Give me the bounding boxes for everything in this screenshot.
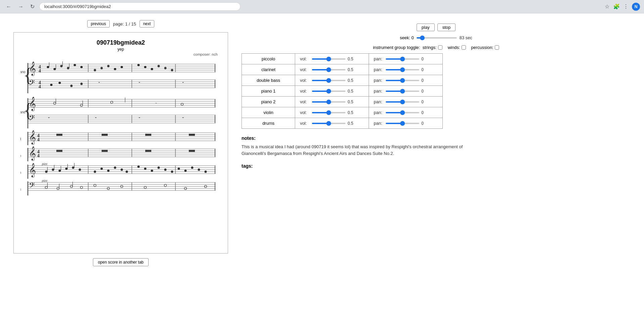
svg-text:𝄻: 𝄻 bbox=[182, 82, 184, 83]
vol-label: vol: bbox=[300, 56, 310, 61]
extension-icon[interactable]: 🧩 bbox=[613, 3, 620, 10]
svg-text:Violin: Violin bbox=[20, 171, 21, 174]
vol-value: 0.5 bbox=[347, 110, 354, 115]
pan-slider[interactable] bbox=[386, 101, 419, 103]
previous-button[interactable]: previous bbox=[87, 20, 110, 27]
open-score-button[interactable]: open score in another tab bbox=[93, 258, 149, 266]
svg-point-21 bbox=[94, 69, 96, 71]
vol-value: 0.5 bbox=[347, 78, 354, 83]
instrument-name: piano 2 bbox=[242, 97, 295, 107]
address-bar[interactable]: localhost:3000/#/090719bgmidea2 bbox=[39, 2, 240, 11]
svg-point-155 bbox=[126, 171, 128, 173]
avatar[interactable]: N bbox=[632, 3, 640, 11]
instrument-name: clarinet bbox=[242, 64, 295, 75]
svg-point-180 bbox=[45, 186, 48, 189]
svg-text:Piccolo: Piccolo bbox=[20, 154, 21, 158]
score-panel: previous page: 1 / 15 next 090719bgmidea… bbox=[13, 20, 228, 329]
svg-point-50 bbox=[70, 85, 73, 87]
pan-value: 0 bbox=[421, 100, 428, 104]
url-text: localhost:3000/#/090719bgmidea2 bbox=[44, 4, 111, 9]
pan-value: 0 bbox=[421, 89, 428, 94]
reload-button[interactable]: ↻ bbox=[28, 3, 37, 10]
vol-value: 0.5 bbox=[347, 89, 354, 94]
svg-text:𝄞: 𝄞 bbox=[29, 97, 36, 111]
seek-row: seek: 0 83 sec bbox=[241, 35, 631, 40]
svg-rect-123 bbox=[102, 150, 108, 152]
svg-point-28 bbox=[151, 68, 153, 70]
svg-rect-107 bbox=[189, 134, 195, 136]
svg-rect-125 bbox=[189, 150, 195, 152]
svg-point-31 bbox=[171, 69, 173, 71]
svg-text:pizz.: pizz. bbox=[42, 179, 48, 182]
pan-cell: pan: 0 bbox=[369, 97, 443, 107]
svg-text:𝄢: 𝄢 bbox=[29, 78, 35, 89]
svg-text:𝄢: 𝄢 bbox=[29, 114, 35, 124]
back-button[interactable]: ← bbox=[4, 3, 13, 10]
vol-slider[interactable] bbox=[312, 91, 345, 92]
pan-slider[interactable] bbox=[386, 58, 419, 60]
vol-slider[interactable] bbox=[312, 112, 345, 113]
svg-text:𝄻: 𝄻 bbox=[139, 82, 141, 83]
strings-checkbox[interactable] bbox=[438, 45, 442, 50]
score-composer: composer: nch bbox=[17, 52, 224, 56]
pan-slider[interactable] bbox=[386, 112, 419, 113]
vol-slider[interactable] bbox=[312, 80, 345, 81]
svg-point-152 bbox=[107, 170, 110, 172]
svg-point-160 bbox=[164, 169, 167, 171]
tags-heading: tags: bbox=[241, 163, 253, 169]
pan-label: pan: bbox=[374, 89, 384, 94]
winds-checkbox[interactable] bbox=[462, 45, 466, 50]
winds-label: winds: bbox=[448, 45, 460, 50]
vol-slider[interactable] bbox=[312, 123, 345, 124]
svg-point-23 bbox=[107, 65, 110, 67]
svg-point-156 bbox=[138, 166, 140, 168]
svg-point-141 bbox=[52, 169, 54, 171]
notes-text: This is a musical idea I had (around 090… bbox=[241, 144, 470, 157]
svg-point-19 bbox=[74, 64, 76, 66]
svg-rect-122 bbox=[56, 150, 62, 152]
bookmark-icon[interactable]: ☆ bbox=[604, 3, 610, 10]
svg-point-26 bbox=[138, 64, 140, 66]
svg-point-165 bbox=[198, 169, 200, 171]
svg-point-15 bbox=[47, 66, 49, 68]
next-button[interactable]: next bbox=[140, 20, 155, 27]
pan-value: 0 bbox=[421, 121, 428, 126]
menu-icon[interactable]: ⋮ bbox=[623, 3, 629, 10]
svg-rect-124 bbox=[145, 150, 151, 152]
pan-slider[interactable] bbox=[386, 91, 419, 92]
seek-time: 83 sec bbox=[460, 35, 472, 40]
svg-point-72 bbox=[111, 101, 113, 104]
vol-slider[interactable] bbox=[312, 101, 345, 103]
pan-slider[interactable] bbox=[386, 123, 419, 124]
svg-point-191 bbox=[164, 184, 167, 187]
play-button[interactable]: play bbox=[417, 23, 435, 31]
vol-value: 0.5 bbox=[347, 100, 354, 104]
pan-cell: pan: 0 bbox=[369, 107, 443, 118]
svg-text:Bb Clarinet: Bb Clarinet bbox=[20, 137, 21, 141]
strings-toggle: strings: bbox=[423, 45, 442, 50]
svg-point-143 bbox=[59, 170, 61, 172]
svg-point-22 bbox=[101, 67, 103, 69]
svg-point-153 bbox=[114, 167, 116, 169]
svg-point-186 bbox=[80, 186, 83, 189]
instrument-name: violin bbox=[242, 107, 295, 118]
vol-label: vol: bbox=[300, 99, 310, 104]
stop-button[interactable]: stop bbox=[437, 23, 456, 31]
instrument-table: piccolo vol: 0.5 pan: 0 clarinet vol: 0.… bbox=[241, 53, 443, 129]
toggle-group: strings: winds: percussion: bbox=[423, 45, 499, 50]
forward-button[interactable]: → bbox=[16, 3, 25, 10]
svg-point-190 bbox=[144, 186, 147, 189]
svg-point-151 bbox=[101, 168, 103, 170]
vol-slider[interactable] bbox=[312, 69, 345, 70]
vol-slider[interactable] bbox=[312, 58, 345, 60]
instrument-name: piano 1 bbox=[242, 86, 295, 97]
vol-value: 0.5 bbox=[347, 67, 354, 72]
pan-cell: pan: 0 bbox=[369, 54, 443, 64]
pan-slider[interactable] bbox=[386, 80, 419, 81]
pan-cell: pan: 0 bbox=[369, 86, 443, 97]
svg-point-147 bbox=[72, 167, 74, 169]
pan-slider[interactable] bbox=[386, 69, 419, 70]
seek-slider[interactable] bbox=[417, 37, 457, 39]
percussion-checkbox[interactable] bbox=[495, 45, 499, 50]
svg-point-16 bbox=[54, 68, 56, 70]
